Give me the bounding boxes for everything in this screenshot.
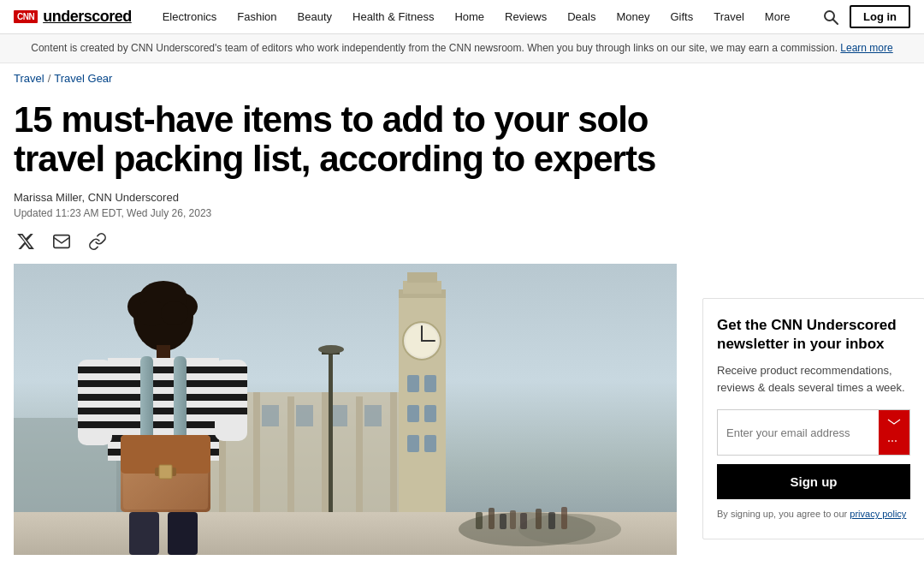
- svg-rect-14: [390, 392, 397, 512]
- svg-line-1: [833, 19, 838, 24]
- nav-item-deals[interactable]: Deals: [557, 0, 606, 34]
- nav-item-travel[interactable]: Travel: [703, 0, 755, 34]
- email-submit-icon[interactable]: ⋯: [879, 410, 909, 455]
- content-area: Get the CNN Underscored newsletter in yo…: [0, 264, 924, 558]
- article-header: 15 must-have items to add to your solo t…: [0, 93, 924, 264]
- breadcrumb-travel[interactable]: Travel: [14, 72, 44, 85]
- signup-button[interactable]: Sign up: [717, 464, 910, 499]
- svg-point-23: [318, 345, 344, 354]
- email-input[interactable]: [718, 420, 879, 446]
- svg-rect-81: [129, 512, 159, 555]
- link-icon: [88, 232, 107, 251]
- svg-rect-37: [424, 435, 436, 452]
- search-icon: [822, 9, 839, 26]
- svg-rect-73: [215, 408, 247, 414]
- article-byline: Marissa Miller, CNN Underscored: [14, 191, 910, 204]
- nav-item-more[interactable]: More: [755, 0, 801, 34]
- svg-rect-34: [407, 405, 419, 422]
- share-email-button[interactable]: [50, 229, 74, 253]
- svg-rect-58: [108, 394, 219, 401]
- disclaimer-text: Content is created by CNN Underscored's …: [31, 42, 838, 54]
- svg-rect-36: [407, 435, 419, 452]
- svg-rect-41: [489, 508, 495, 529]
- svg-point-39: [518, 514, 621, 545]
- login-button[interactable]: Log in: [850, 5, 910, 28]
- privacy-text: By signing up, you agree to our privacy …: [717, 508, 910, 521]
- newsletter-title: Get the CNN Underscored newsletter in yo…: [717, 316, 910, 354]
- main-nav: Electronics Fashion Beauty Health & Fitn…: [152, 0, 822, 34]
- nav-item-beauty[interactable]: Beauty: [287, 0, 342, 34]
- svg-rect-35: [424, 405, 436, 422]
- svg-rect-65: [78, 380, 112, 387]
- newsletter-description: Receive product recommendations, reviews…: [717, 362, 910, 396]
- svg-rect-32: [407, 375, 419, 392]
- svg-rect-45: [536, 509, 542, 529]
- nav-item-reviews[interactable]: Reviews: [495, 0, 557, 34]
- svg-rect-47: [561, 507, 567, 529]
- svg-rect-40: [476, 512, 483, 529]
- svg-rect-72: [215, 394, 247, 401]
- nav-item-health-fitness[interactable]: Health & Fitness: [342, 0, 444, 34]
- svg-rect-27: [407, 272, 437, 283]
- svg-rect-46: [548, 512, 555, 529]
- svg-rect-71: [215, 380, 247, 387]
- nav-item-home[interactable]: Home: [444, 0, 495, 34]
- svg-rect-33: [424, 375, 436, 392]
- svg-rect-11: [287, 396, 294, 512]
- svg-rect-18: [296, 405, 313, 426]
- svg-rect-66: [78, 394, 112, 401]
- search-button[interactable]: [822, 9, 839, 26]
- svg-rect-13: [356, 396, 363, 512]
- svg-rect-12: [322, 392, 329, 512]
- svg-rect-26: [403, 281, 441, 294]
- svg-rect-56: [108, 366, 219, 373]
- share-twitter-button[interactable]: [14, 229, 38, 253]
- svg-rect-44: [520, 513, 527, 529]
- svg-rect-64: [78, 366, 112, 373]
- svg-rect-80: [159, 465, 172, 479]
- svg-rect-59: [108, 408, 219, 414]
- article-hero-image: [14, 264, 677, 555]
- nav-item-electronics[interactable]: Electronics: [152, 0, 228, 34]
- learn-more-link[interactable]: Learn more: [840, 42, 892, 54]
- share-bar: [14, 229, 910, 253]
- logo-area[interactable]: CNN underscored: [14, 8, 132, 26]
- sidebar: Get the CNN Underscored newsletter in yo…: [702, 264, 924, 558]
- newsletter-box: Get the CNN Underscored newsletter in yo…: [702, 298, 924, 539]
- svg-rect-60: [108, 421, 219, 428]
- nav-item-gifts[interactable]: Gifts: [660, 0, 703, 34]
- site-name: underscored: [43, 8, 132, 26]
- article-image-area: [14, 264, 677, 558]
- svg-rect-70: [215, 366, 247, 373]
- privacy-policy-link[interactable]: privacy policy: [850, 509, 906, 519]
- share-link-button[interactable]: [86, 229, 110, 253]
- article-date: Updated 11:23 AM EDT, Wed July 26, 2023: [14, 207, 910, 219]
- svg-rect-10: [253, 392, 260, 512]
- article-title: 15 must-have items to add to your solo t…: [14, 100, 681, 179]
- nav-item-money[interactable]: Money: [606, 0, 660, 34]
- email-input-row: ⋯: [717, 409, 910, 456]
- svg-rect-43: [510, 510, 516, 529]
- svg-point-53: [161, 301, 188, 325]
- email-icon: [52, 232, 71, 251]
- breadcrumb: Travel / Travel Gear: [0, 63, 924, 93]
- svg-rect-57: [108, 380, 219, 387]
- svg-rect-68: [78, 421, 112, 428]
- svg-rect-42: [500, 514, 506, 529]
- header-actions: Log in: [822, 5, 910, 28]
- disclaimer-banner: Content is created by CNN Underscored's …: [0, 34, 924, 63]
- svg-rect-2: [54, 235, 69, 248]
- svg-rect-67: [78, 408, 112, 414]
- nav-item-fashion[interactable]: Fashion: [227, 0, 287, 34]
- svg-rect-17: [262, 405, 279, 426]
- twitter-icon: [16, 232, 35, 251]
- svg-rect-20: [364, 405, 382, 426]
- svg-rect-21: [329, 349, 333, 512]
- breadcrumb-separator: /: [48, 72, 51, 85]
- site-header: CNN underscored Electronics Fashion Beau…: [0, 0, 924, 34]
- breadcrumb-travel-gear[interactable]: Travel Gear: [54, 72, 112, 85]
- svg-rect-82: [168, 512, 198, 555]
- cnn-logo: CNN: [14, 10, 38, 23]
